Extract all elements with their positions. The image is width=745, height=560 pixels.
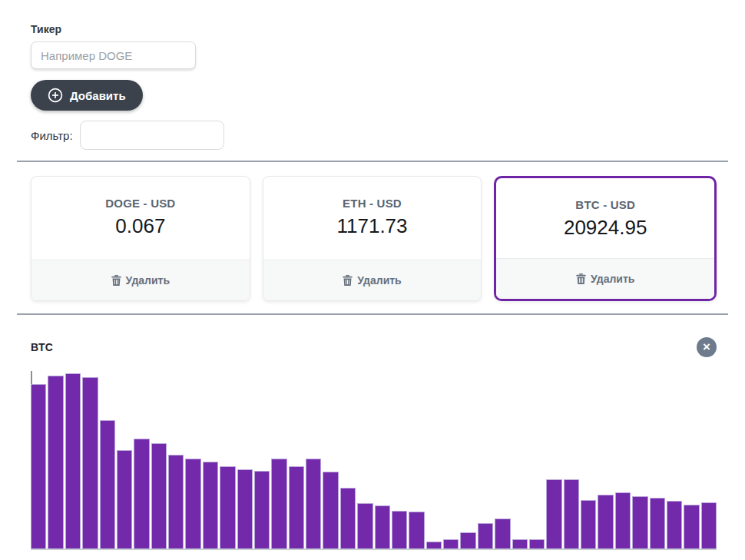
trash-icon — [576, 273, 586, 284]
chart-bar — [48, 376, 63, 548]
filter-label: Фильтр: — [31, 129, 73, 142]
card-pair-label: DOGE - USD — [105, 197, 175, 210]
chart-bar — [185, 459, 200, 548]
chart-bar — [615, 492, 631, 548]
btc-bar-chart — [31, 371, 717, 550]
chart-bar — [546, 479, 561, 548]
divider-bottom — [17, 313, 728, 315]
bar-chart — [31, 371, 717, 548]
chart-bar — [31, 384, 46, 548]
chart-bar — [409, 512, 424, 548]
chart-bar — [82, 377, 98, 548]
chart-bar — [495, 519, 510, 548]
delete-button-label: Удалить — [357, 274, 401, 287]
chart-bar — [254, 471, 270, 548]
chart-title: BTC — [31, 341, 53, 353]
delete-button[interactable]: Удалить — [111, 274, 170, 287]
trash-icon — [343, 275, 353, 286]
chart-bar — [289, 466, 304, 548]
chart-bar — [598, 495, 613, 548]
ticker-card-btc-selected[interactable]: BTC - USD 20924.95 Уд — [494, 176, 717, 301]
chart-bar — [117, 450, 132, 548]
ticker-form: Тикер Добавить Фильтр: — [0, 0, 745, 150]
chart-bar — [426, 542, 442, 548]
chart-bar — [478, 523, 493, 548]
card-footer: Удалить — [263, 260, 482, 300]
chart-bar — [564, 479, 579, 548]
chart-bar — [460, 532, 475, 548]
card-price: 20924.95 — [564, 216, 647, 240]
card-body: DOGE - USD 0.067 — [31, 177, 250, 260]
ticker-card-doge[interactable]: DOGE - USD 0.067 Удал — [31, 176, 250, 301]
chart-bar — [357, 503, 372, 548]
chart-bar — [151, 443, 167, 548]
add-button-label: Добавить — [70, 89, 126, 102]
filter-row: Фильтр: — [31, 121, 717, 150]
close-icon: × — [703, 340, 710, 353]
chart-bar — [392, 511, 407, 548]
chart-bar — [168, 455, 184, 548]
chart-bar — [701, 502, 717, 548]
chart-bar — [632, 496, 647, 548]
card-body: BTC - USD 20924.95 — [496, 178, 714, 258]
chart-bar — [237, 469, 253, 548]
card-pair-label: BTC - USD — [575, 198, 635, 211]
filter-input[interactable] — [80, 121, 224, 150]
delete-button[interactable]: Удалить — [576, 273, 634, 285]
chart-bar — [306, 459, 321, 548]
x-axis-line — [31, 548, 717, 550]
close-chart-button[interactable]: × — [697, 337, 717, 357]
ticker-input[interactable] — [31, 41, 196, 69]
divider-top — [17, 161, 728, 162]
chart-bar — [323, 472, 338, 548]
chart-bar — [220, 466, 235, 548]
chart-bar — [340, 488, 356, 548]
chart-bar — [667, 501, 682, 548]
chart-bar — [581, 500, 596, 548]
chart-bar — [100, 420, 115, 548]
card-price: 0.067 — [115, 214, 165, 238]
chart-bar — [443, 539, 459, 548]
chart-bar — [529, 539, 545, 548]
card-footer: Удалить — [31, 260, 250, 300]
chart-bar — [65, 373, 81, 548]
card-body: ETH - USD 1171.73 — [263, 177, 482, 260]
chart-bar — [134, 439, 149, 548]
delete-button-label: Удалить — [126, 274, 170, 287]
card-price: 1171.73 — [336, 214, 407, 238]
chart-header: BTC × — [31, 337, 717, 357]
card-footer: Удалить — [496, 258, 714, 299]
ticker-label: Тикер — [31, 23, 717, 35]
trash-icon — [111, 275, 121, 286]
chart-bar — [684, 505, 699, 548]
chart-bar — [271, 459, 286, 548]
ticker-card-eth[interactable]: ETH - USD 1171.73 Уда — [263, 176, 482, 301]
plus-circle-icon — [48, 88, 63, 103]
chart-bar — [375, 505, 390, 548]
card-pair-label: ETH - USD — [343, 197, 402, 210]
delete-button-label: Удалить — [591, 273, 634, 285]
chart-bar — [650, 498, 665, 548]
chart-bar — [203, 462, 218, 548]
chart-panel: BTC × — [0, 337, 745, 550]
delete-button[interactable]: Удалить — [343, 274, 401, 287]
ticker-cards-row: DOGE - USD 0.067 Удал — [31, 176, 717, 301]
chart-bar — [512, 539, 528, 548]
add-button[interactable]: Добавить — [31, 80, 143, 111]
